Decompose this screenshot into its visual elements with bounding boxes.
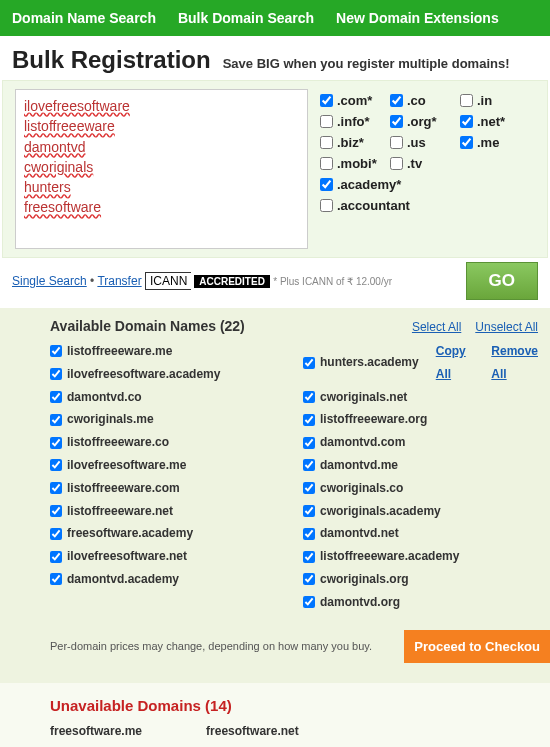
ext-checkbox[interactable] xyxy=(390,136,403,149)
ext-checkbox[interactable] xyxy=(390,115,403,128)
available-domain: hunters.academyCopy AllRemove All xyxy=(303,340,538,386)
input-domain-line: freesoftware xyxy=(24,197,299,217)
domain-name: listoffreeeware.org xyxy=(320,408,427,431)
domain-checkbox[interactable] xyxy=(303,528,315,540)
ext-label: .tv xyxy=(407,156,422,171)
ext-in[interactable]: .in xyxy=(460,93,522,108)
domain-checkbox[interactable] xyxy=(303,551,315,563)
domain-checkbox[interactable] xyxy=(50,482,62,494)
checkout-button[interactable]: Proceed to Checkou xyxy=(404,630,550,663)
ext-checkbox[interactable] xyxy=(460,136,473,149)
domains-textarea[interactable]: ilovefreesoftwarelistoffreeewaredamontvd… xyxy=(15,89,308,249)
ext-label: .us xyxy=(407,135,426,150)
domain-name: damontvd.me xyxy=(320,454,398,477)
ext-label: .biz* xyxy=(337,135,364,150)
domain-checkbox[interactable] xyxy=(50,414,62,426)
nav-new-extensions[interactable]: New Domain Extensions xyxy=(336,10,499,26)
ext-tv[interactable]: .tv xyxy=(390,156,452,171)
input-domain-line: cworiginals xyxy=(24,157,299,177)
domain-checkbox[interactable] xyxy=(303,482,315,494)
domain-name: ilovefreesoftware.me xyxy=(67,454,186,477)
available-domain: listoffreeeware.org xyxy=(303,408,538,431)
available-domain: damontvd.co xyxy=(50,386,285,409)
available-domain: ilovefreesoftware.net xyxy=(50,545,285,568)
domain-checkbox[interactable] xyxy=(50,551,62,563)
ext-checkbox[interactable] xyxy=(390,157,403,170)
domain-checkbox[interactable] xyxy=(303,391,315,403)
unavailable-domain: freesoftware.co xyxy=(206,742,327,747)
ext-com[interactable]: .com* xyxy=(320,93,382,108)
domain-name: listoffreeeware.me xyxy=(67,340,172,363)
ext-checkbox[interactable] xyxy=(460,94,473,107)
single-search-link[interactable]: Single Search xyxy=(12,274,87,288)
ext-label: .org* xyxy=(407,114,437,129)
input-domain-line: damontvd xyxy=(24,137,299,157)
ext-checkbox[interactable] xyxy=(320,199,333,212)
available-domain: listoffreeeware.co xyxy=(50,431,285,454)
ext-checkbox[interactable] xyxy=(390,94,403,107)
domain-checkbox[interactable] xyxy=(303,505,315,517)
available-domain: damontvd.org xyxy=(303,591,538,614)
domain-checkbox[interactable] xyxy=(50,528,62,540)
ext-me[interactable]: .me xyxy=(460,135,522,150)
ext-us[interactable]: .us xyxy=(390,135,452,150)
domain-checkbox[interactable] xyxy=(50,437,62,449)
domain-checkbox[interactable] xyxy=(50,459,62,471)
input-domain-line: ilovefreesoftware xyxy=(24,96,299,116)
ext-checkbox[interactable] xyxy=(320,136,333,149)
domain-name: listoffreeeware.com xyxy=(67,477,180,500)
ext-checkbox[interactable] xyxy=(460,115,473,128)
ext-accountant[interactable]: .accountant xyxy=(320,198,520,213)
nav-bulk-search[interactable]: Bulk Domain Search xyxy=(178,10,314,26)
available-domain: cworiginals.me xyxy=(50,408,285,431)
ext-label: .in xyxy=(477,93,492,108)
page-subtitle: Save BIG when you register multiple doma… xyxy=(223,56,510,71)
available-domain: damontvd.net xyxy=(303,522,538,545)
ext-biz[interactable]: .biz* xyxy=(320,135,382,150)
domain-checkbox[interactable] xyxy=(303,573,315,585)
page-header: Bulk Registration Save BIG when you regi… xyxy=(0,36,550,80)
domain-name: damontvd.academy xyxy=(67,568,179,591)
domain-checkbox[interactable] xyxy=(50,345,62,357)
available-domain: listoffreeeware.me xyxy=(50,340,285,363)
available-domain: listoffreeeware.net xyxy=(50,500,285,523)
domain-checkbox[interactable] xyxy=(50,505,62,517)
extension-checklist: .com*.co.in.info*.org*.net*.biz*.us.me.m… xyxy=(320,89,535,249)
go-button[interactable]: GO xyxy=(466,262,538,300)
available-domain: damontvd.com xyxy=(303,431,538,454)
ext-label: .co xyxy=(407,93,426,108)
ext-info[interactable]: .info* xyxy=(320,114,382,129)
domain-name: cworiginals.co xyxy=(320,477,403,500)
domain-checkbox[interactable] xyxy=(303,596,315,608)
ext-checkbox[interactable] xyxy=(320,178,333,191)
input-domain-line: listoffreeeware xyxy=(24,116,299,136)
form-footer: Single Search • Transfer ICANNACCREDITED… xyxy=(0,258,550,308)
domain-checkbox[interactable] xyxy=(50,573,62,585)
domain-checkbox[interactable] xyxy=(303,357,315,369)
ext-checkbox[interactable] xyxy=(320,115,333,128)
domain-checkbox[interactable] xyxy=(50,391,62,403)
copy-all-link[interactable]: Copy All xyxy=(436,340,468,386)
select-all-link[interactable]: Select All xyxy=(412,320,461,334)
domain-checkbox[interactable] xyxy=(303,414,315,426)
available-domain: cworiginals.academy xyxy=(303,500,538,523)
ext-org[interactable]: .org* xyxy=(390,114,452,129)
ext-checkbox[interactable] xyxy=(320,94,333,107)
available-domain: ilovefreesoftware.me xyxy=(50,454,285,477)
domain-name: listoffreeeware.co xyxy=(67,431,169,454)
remove-all-link[interactable]: Remove All xyxy=(491,340,538,386)
ext-academy[interactable]: .academy* xyxy=(320,177,520,192)
ext-co[interactable]: .co xyxy=(390,93,452,108)
ext-label: .mobi* xyxy=(337,156,377,171)
domain-checkbox[interactable] xyxy=(50,368,62,380)
ext-mobi[interactable]: .mobi* xyxy=(320,156,382,171)
unavailable-domain: cworiginals.com xyxy=(50,742,166,747)
available-domain: listoffreeeware.com xyxy=(50,477,285,500)
ext-checkbox[interactable] xyxy=(320,157,333,170)
nav-domain-search[interactable]: Domain Name Search xyxy=(12,10,156,26)
ext-net[interactable]: .net* xyxy=(460,114,522,129)
domain-checkbox[interactable] xyxy=(303,437,315,449)
domain-checkbox[interactable] xyxy=(303,459,315,471)
transfer-link[interactable]: Transfer xyxy=(97,274,141,288)
unselect-all-link[interactable]: Unselect All xyxy=(475,320,538,334)
